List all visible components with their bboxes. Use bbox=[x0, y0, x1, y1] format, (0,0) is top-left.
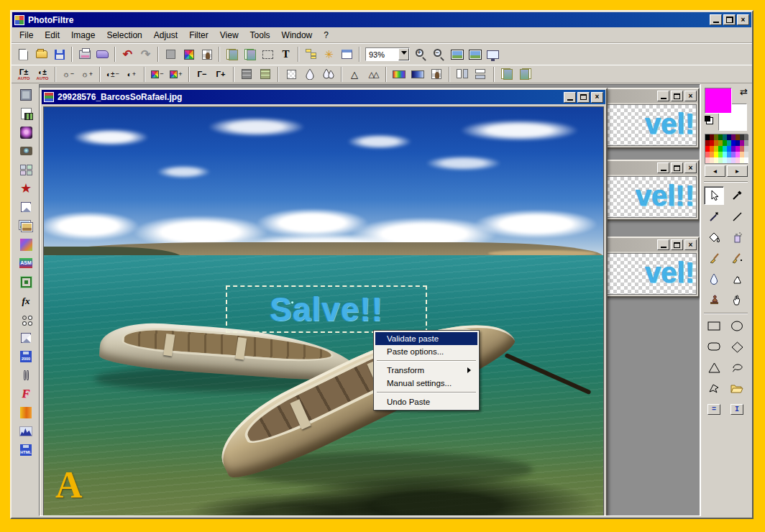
line-tool[interactable] bbox=[727, 207, 747, 226]
rotate-right-button[interactable] bbox=[516, 67, 535, 82]
fill-tool[interactable] bbox=[704, 228, 724, 247]
zoom-combobox[interactable]: 93% bbox=[365, 47, 410, 61]
color-palette-grid[interactable] bbox=[705, 134, 748, 164]
color-mode-button[interactable] bbox=[180, 46, 198, 63]
blur-button[interactable] bbox=[301, 67, 319, 82]
image-window-titlebar[interactable]: 29928576_BarcosSoRafael.jpg × bbox=[42, 90, 605, 104]
rounded-rect-select-tool[interactable] bbox=[704, 338, 724, 357]
brightness-minus-button[interactable]: ☼− bbox=[59, 67, 78, 82]
selection-options-button[interactable]: = bbox=[704, 400, 724, 419]
menu-file[interactable]: File bbox=[14, 29, 38, 42]
menu-item-manual-settings[interactable]: Manual settings... bbox=[375, 377, 477, 390]
saturation-minus-button[interactable]: − bbox=[148, 67, 167, 82]
menu-view[interactable]: View bbox=[215, 29, 244, 42]
gradient-button[interactable] bbox=[408, 67, 427, 82]
tiles-module-button[interactable] bbox=[17, 161, 35, 178]
antidust-button[interactable] bbox=[237, 67, 256, 82]
gamma-plus-button[interactable]: Γ+ bbox=[211, 67, 230, 82]
menu-item-transform[interactable]: Transform bbox=[375, 364, 477, 377]
zoom-dropdown-button[interactable] bbox=[398, 48, 409, 60]
pattern-button[interactable] bbox=[256, 67, 275, 82]
menu-filter[interactable]: Filter bbox=[184, 29, 214, 42]
selection-info-button[interactable]: I bbox=[727, 400, 747, 419]
paintbrush-tool[interactable] bbox=[704, 249, 724, 267]
blur-more-button[interactable] bbox=[319, 67, 338, 82]
page-module-button[interactable] bbox=[17, 198, 35, 216]
new-button[interactable] bbox=[14, 46, 32, 63]
photomasque-module-button[interactable] bbox=[17, 124, 35, 141]
fx-module-button[interactable]: fx bbox=[17, 292, 35, 309]
menu-item-undo-paste[interactable]: Undo Paste bbox=[375, 395, 477, 408]
close-button[interactable]: × bbox=[684, 162, 697, 173]
app-titlebar[interactable]: PhotoFiltre × bbox=[12, 12, 751, 27]
palette-color[interactable] bbox=[744, 140, 748, 146]
maximize-button[interactable] bbox=[671, 91, 683, 101]
menu-tools[interactable]: Tools bbox=[245, 29, 275, 42]
automate-module-button[interactable] bbox=[17, 105, 35, 122]
maximize-button[interactable] bbox=[577, 92, 590, 103]
gamma-minus-button[interactable]: Γ− bbox=[193, 67, 211, 82]
image-window[interactable]: 29928576_BarcosSoRafael.jpg × bbox=[40, 88, 608, 516]
pattern-module-button[interactable] bbox=[17, 311, 35, 328]
frame-module-button[interactable] bbox=[17, 273, 35, 290]
capture-module-button[interactable] bbox=[17, 142, 35, 160]
photos-module-button[interactable] bbox=[17, 217, 35, 234]
full-size-button[interactable] bbox=[466, 46, 484, 63]
save2000-module-button[interactable]: 2000 bbox=[17, 348, 35, 365]
close-button[interactable]: × bbox=[737, 14, 749, 25]
save-button[interactable] bbox=[50, 46, 68, 63]
load-selection-tool[interactable] bbox=[727, 380, 747, 398]
print-button[interactable] bbox=[75, 46, 93, 63]
reset-colors-icon[interactable] bbox=[705, 116, 713, 124]
open-button[interactable] bbox=[32, 46, 50, 63]
menu-adjust[interactable]: Adjust bbox=[149, 29, 183, 42]
menu-item-paste-options[interactable]: Paste options... bbox=[375, 345, 477, 358]
arrow-tool[interactable] bbox=[704, 186, 724, 205]
image-size-button[interactable] bbox=[162, 46, 180, 63]
photomask-button[interactable] bbox=[427, 67, 446, 82]
fancytext-module-button[interactable]: F bbox=[17, 385, 35, 403]
ellipse-select-tool[interactable] bbox=[727, 317, 747, 336]
calculator-module-button[interactable] bbox=[17, 86, 35, 104]
pagecurl-module-button[interactable] bbox=[17, 329, 35, 347]
smudge-tool[interactable] bbox=[727, 270, 747, 288]
palette-color[interactable] bbox=[744, 146, 748, 152]
triangle-select-tool[interactable] bbox=[704, 359, 724, 377]
duplicate-button[interactable] bbox=[223, 46, 241, 63]
html-module-button[interactable]: HTML bbox=[17, 441, 35, 459]
palette-color[interactable] bbox=[744, 152, 748, 157]
paste-as-image-button[interactable] bbox=[241, 46, 259, 63]
transparency-button[interactable] bbox=[198, 46, 216, 63]
brightness-plus-button[interactable]: ☼+ bbox=[78, 67, 96, 82]
maximize-button[interactable] bbox=[671, 239, 683, 250]
hand-tool[interactable] bbox=[727, 290, 747, 309]
sharpen-button[interactable]: △ bbox=[345, 67, 364, 82]
foreground-color-swatch[interactable] bbox=[705, 88, 732, 114]
contrast-plus-button[interactable]: ◐+ bbox=[122, 67, 141, 82]
contrast-minus-button[interactable]: ◐±− bbox=[104, 67, 122, 82]
clone-stamp-tool[interactable] bbox=[704, 290, 724, 309]
close-button[interactable]: × bbox=[684, 91, 697, 101]
polygon-tool[interactable] bbox=[704, 380, 724, 398]
star-module-button[interactable]: ★ bbox=[17, 180, 35, 197]
squeeze-module-button[interactable] bbox=[17, 367, 35, 384]
lasso-tool[interactable] bbox=[727, 359, 747, 377]
photo-canvas[interactable]: Salve!! A Validate paste Paste options..… bbox=[43, 106, 604, 516]
auto-contrast-button[interactable]: ◐±AUTO bbox=[33, 67, 52, 82]
sharpen-more-button[interactable]: △△ bbox=[364, 67, 382, 82]
explorer-button[interactable] bbox=[302, 46, 320, 63]
close-button[interactable]: × bbox=[684, 239, 697, 250]
menu-selection[interactable]: Selection bbox=[101, 29, 147, 42]
gradient-module-button[interactable] bbox=[17, 404, 35, 421]
eyedropper-tool[interactable] bbox=[727, 186, 747, 205]
magic-wand-tool[interactable] bbox=[704, 207, 724, 226]
show-selection-button[interactable] bbox=[259, 46, 277, 63]
histogram-module-button[interactable] bbox=[17, 423, 35, 440]
hue-variation-button[interactable] bbox=[390, 67, 408, 82]
minimize-button[interactable] bbox=[657, 162, 669, 173]
minimize-button[interactable] bbox=[657, 239, 669, 250]
menu-window[interactable]: Window bbox=[277, 29, 318, 42]
rotate-left-button[interactable] bbox=[498, 67, 516, 82]
fit-image-button[interactable] bbox=[448, 46, 466, 63]
palette-color[interactable] bbox=[744, 157, 748, 163]
